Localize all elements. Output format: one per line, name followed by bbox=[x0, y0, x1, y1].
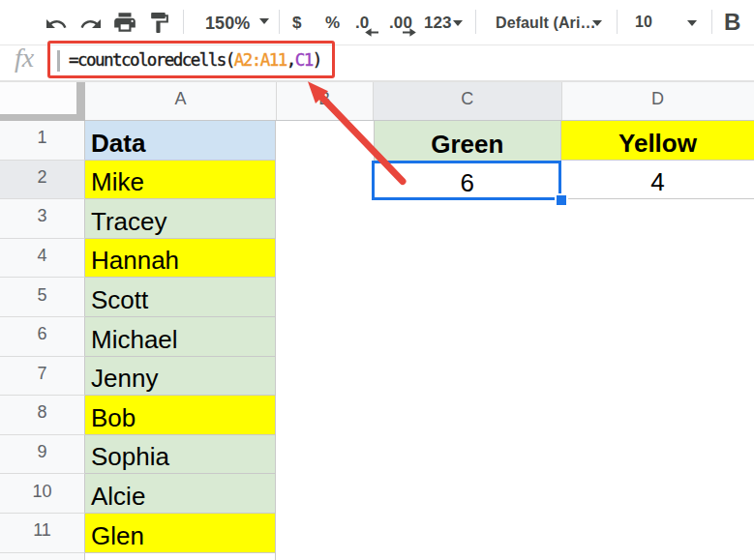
column-header-D[interactable]: D bbox=[561, 82, 754, 121]
zoom-caret-icon[interactable] bbox=[259, 18, 269, 24]
row-header-5[interactable]: 5 bbox=[0, 278, 85, 317]
select-all-corner[interactable] bbox=[0, 82, 76, 114]
row-header-1[interactable]: 1 bbox=[0, 121, 85, 161]
cell-A9[interactable]: Sophia bbox=[85, 435, 276, 475]
toolbar: 150% $ % .0 .00 123 Default (Ari… 10 B bbox=[0, 0, 754, 44]
row-header-2[interactable]: 2 bbox=[0, 161, 85, 200]
cell-D1[interactable]: Yellow bbox=[561, 121, 754, 161]
currency-format-button[interactable]: $ bbox=[292, 14, 302, 33]
row-header-10[interactable]: 10 bbox=[0, 474, 85, 514]
more-formats-button[interactable]: 123 bbox=[424, 14, 452, 33]
toolbar-separator bbox=[279, 10, 280, 34]
percent-format-button[interactable]: % bbox=[325, 14, 340, 33]
google-sheets-app: 150% $ % .0 .00 123 Default (Ari… 10 B f… bbox=[0, 0, 754, 560]
formula-highlight-box bbox=[47, 41, 335, 78]
cell-C1[interactable]: Green bbox=[374, 121, 562, 161]
column-header-B[interactable]: B bbox=[276, 82, 374, 121]
row-header-4[interactable]: 4 bbox=[0, 239, 85, 279]
cell-A12[interactable] bbox=[85, 553, 276, 560]
cell-A6[interactable]: Michael bbox=[85, 317, 276, 357]
cell-A5[interactable]: Scott bbox=[85, 278, 276, 317]
paint-format-icon[interactable] bbox=[147, 11, 171, 35]
cell-A10[interactable]: Alcie bbox=[85, 474, 276, 514]
row-header-7[interactable]: 7 bbox=[0, 357, 85, 397]
font-name-caret-icon[interactable] bbox=[592, 20, 602, 26]
toolbar-separator bbox=[183, 10, 184, 34]
redo-icon[interactable] bbox=[79, 13, 103, 36]
selection-border bbox=[372, 161, 561, 200]
font-size-caret-icon[interactable] bbox=[687, 20, 697, 26]
selection-fill-handle[interactable] bbox=[555, 193, 568, 207]
row-header-3[interactable]: 3 bbox=[0, 199, 85, 239]
column-divider bbox=[561, 82, 562, 120]
decrease-decimal-arrow-icon bbox=[365, 28, 378, 37]
spreadsheet-grid: A B C D 1234567891011 DataMikeTraceyHann… bbox=[0, 82, 754, 560]
cell-A8[interactable]: Bob bbox=[85, 396, 276, 435]
increase-decimal-arrow-icon bbox=[403, 28, 416, 37]
cell-A11[interactable]: Glen bbox=[85, 514, 276, 553]
cell-A2[interactable]: Mike bbox=[85, 161, 276, 200]
row-header-12[interactable] bbox=[0, 553, 85, 560]
column-header-C[interactable]: C bbox=[374, 82, 562, 121]
font-name-select[interactable]: Default (Ari… bbox=[496, 15, 596, 32]
cell-A4[interactable]: Hannah bbox=[85, 239, 276, 279]
more-formats-caret-icon[interactable] bbox=[453, 20, 463, 26]
row-header-6[interactable]: 6 bbox=[0, 317, 85, 357]
column-header-A[interactable]: A bbox=[85, 82, 276, 121]
cell-A3[interactable]: Tracey bbox=[85, 199, 276, 239]
toolbar-separator bbox=[475, 10, 476, 34]
cell-D2[interactable]: 4 bbox=[561, 161, 754, 200]
freeze-row-bar[interactable] bbox=[0, 114, 85, 121]
cell-A7[interactable]: Jenny bbox=[85, 357, 276, 397]
font-size-select[interactable]: 10 bbox=[635, 14, 652, 31]
fx-icon: fx bbox=[15, 43, 42, 74]
zoom-select[interactable]: 150% bbox=[205, 14, 250, 34]
print-icon[interactable] bbox=[112, 10, 137, 35]
undo-icon[interactable] bbox=[45, 13, 68, 36]
column-divider bbox=[373, 82, 374, 120]
toolbar-separator bbox=[711, 10, 712, 34]
row-header-9[interactable]: 9 bbox=[0, 435, 85, 475]
column-divider bbox=[276, 82, 277, 120]
row-header-8[interactable]: 8 bbox=[0, 396, 85, 435]
bold-button[interactable]: B bbox=[724, 9, 740, 36]
toolbar-separator bbox=[617, 10, 618, 34]
row-header-11[interactable]: 11 bbox=[0, 514, 85, 553]
cell-A1[interactable]: Data bbox=[85, 121, 276, 161]
